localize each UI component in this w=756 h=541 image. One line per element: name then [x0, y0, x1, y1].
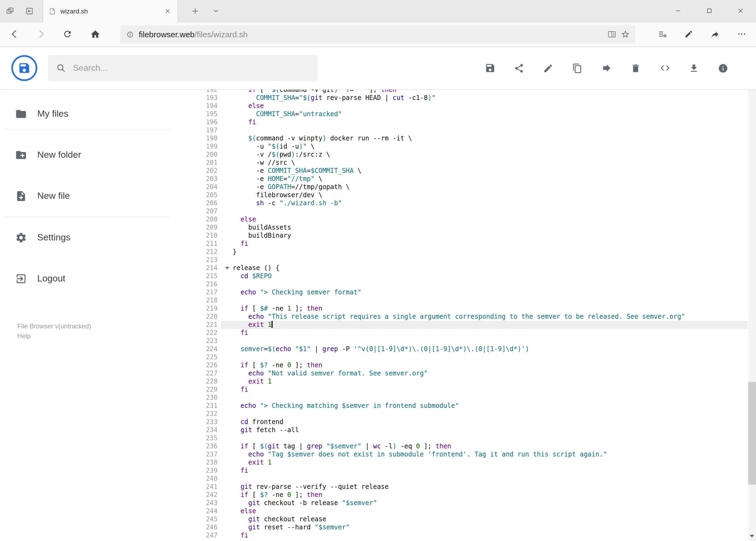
version-link[interactable]: File Browser v(untracked): [17, 322, 91, 330]
code-line[interactable]: buildAssets: [221, 224, 748, 232]
code-line[interactable]: [221, 353, 748, 361]
code-line[interactable]: [221, 280, 748, 288]
code-line[interactable]: COMMIT_SHA="untracked": [221, 110, 748, 118]
code-line[interactable]: exit 1: [221, 459, 748, 467]
code-line[interactable]: if [ $? -ne 0 ]; then: [221, 491, 748, 499]
search-box[interactable]: [48, 55, 318, 81]
code-line[interactable]: fi: [221, 467, 748, 475]
more-menu-icon[interactable]: [733, 26, 750, 42]
code-line[interactable]: else: [221, 507, 748, 515]
page-scrollbar[interactable]: [748, 47, 756, 541]
code-line[interactable]: else: [221, 102, 748, 110]
code-line[interactable]: exit 1: [221, 321, 748, 329]
code-line[interactable]: [221, 337, 748, 345]
code-line[interactable]: if [ $(git tag | grep "$semver" | wc -l)…: [221, 442, 748, 450]
move-icon[interactable]: [597, 58, 616, 78]
browser-tab-wizard-sh[interactable]: wizard.sh: [43, 0, 178, 22]
code-line[interactable]: [221, 475, 748, 483]
code-line[interactable]: -u "$(id -u)" \: [221, 143, 748, 151]
forward-button[interactable]: [33, 26, 49, 42]
code-line[interactable]: echo "This release script requires a sin…: [221, 313, 748, 321]
new-tab-button[interactable]: [186, 0, 203, 22]
code-line[interactable]: sh -c "./wizard.sh -b": [221, 199, 748, 208]
code-line[interactable]: [221, 296, 748, 305]
code-line[interactable]: -w //src \: [221, 159, 748, 167]
code-line[interactable]: [221, 434, 748, 442]
code-line[interactable]: -v /$(pwd):/src:z \: [221, 151, 748, 159]
code-line[interactable]: $(command -v winpty) docker run --rm -it…: [221, 135, 748, 143]
favorite-star-icon[interactable]: [621, 30, 630, 39]
download-icon[interactable]: [684, 58, 704, 78]
code-line[interactable]: [221, 208, 748, 216]
scroll-down-icon[interactable]: [748, 532, 756, 541]
tab-close-icon[interactable]: [162, 6, 172, 16]
code-line[interactable]: echo "> Checking matching $semver in fro…: [221, 402, 748, 410]
address-bar[interactable]: filebrowser.web/files/wizard.sh: [121, 25, 635, 43]
share-icon[interactable]: [509, 58, 529, 78]
scrollbar-thumb[interactable]: [748, 382, 756, 485]
tab-preview-icon[interactable]: [0, 0, 19, 22]
code-line[interactable]: [221, 410, 748, 418]
code-line[interactable]: filebrowser/dev \: [221, 191, 748, 199]
code-line[interactable]: exit 1: [221, 377, 748, 386]
code-line[interactable]: buildBinary: [221, 232, 748, 240]
code-line[interactable]: -e HOME="//tmp" \: [221, 175, 748, 183]
info-icon[interactable]: [713, 58, 733, 78]
close-window-button[interactable]: [725, 0, 756, 22]
code-line[interactable]: else: [221, 216, 748, 224]
search-input[interactable]: [73, 63, 310, 73]
maximize-button[interactable]: [693, 0, 725, 22]
sidebar-item-new-file[interactable]: New file: [0, 183, 173, 209]
code-line[interactable]: -e COMMIT_SHA=$COMMIT_SHA \: [221, 167, 748, 175]
code-line[interactable]: if [ $# -ne 1 ]; then: [221, 305, 748, 313]
code-line[interactable]: echo "Tag $semver does not exist in subm…: [221, 450, 748, 459]
help-link[interactable]: Help: [17, 332, 31, 340]
code-line[interactable]: cd $REPO: [221, 272, 748, 280]
code-line[interactable]: [221, 256, 748, 264]
code-line[interactable]: git fetch --all: [221, 426, 748, 434]
code-line[interactable]: release () {: [221, 264, 748, 272]
code-line[interactable]: echo "Not valid semver format. See semve…: [221, 369, 748, 377]
code-line[interactable]: fi: [221, 329, 748, 337]
set-tabs-aside-icon[interactable]: [19, 0, 39, 22]
fold-marker-icon[interactable]: [225, 267, 229, 270]
code-view-icon[interactable]: [655, 58, 674, 78]
site-info-icon[interactable]: [126, 30, 134, 39]
web-note-pen-icon[interactable]: [680, 26, 697, 42]
back-button[interactable]: [6, 26, 23, 42]
code-line[interactable]: fi: [221, 532, 748, 540]
minimize-button[interactable]: [662, 0, 693, 22]
code-line[interactable]: semver=$(echo "$1" | grep -P '^v(0|[1-9]…: [221, 345, 748, 353]
refresh-button[interactable]: [59, 26, 76, 42]
code-line[interactable]: if [ "$(command -v git)" != "" ]; then: [221, 90, 748, 94]
code-line[interactable]: }: [221, 248, 748, 256]
delete-icon[interactable]: [626, 58, 645, 78]
home-button[interactable]: [87, 26, 103, 42]
filebrowser-logo[interactable]: [11, 55, 37, 81]
code-line[interactable]: fi: [221, 240, 748, 248]
code-line[interactable]: git checkout release: [221, 515, 748, 523]
code-line[interactable]: git checkout -b release "$semver": [221, 499, 748, 507]
code-line[interactable]: [221, 394, 748, 402]
code-editor[interactable]: 1921931941951961971981992002012022032042…: [173, 90, 748, 541]
sidebar-item-new-folder[interactable]: New folder: [0, 142, 173, 168]
code-line[interactable]: echo "> Checking semver format": [221, 288, 748, 296]
code-line[interactable]: -e GOPATH=//tmp/gopath \: [221, 183, 748, 191]
code-line[interactable]: fi: [221, 118, 748, 126]
code-line[interactable]: fi: [221, 386, 748, 394]
share-page-icon[interactable]: [707, 26, 723, 42]
code-line[interactable]: COMMIT_SHA="$(git rev-parse HEAD | cut -…: [221, 94, 748, 102]
reading-view-icon[interactable]: [607, 30, 617, 39]
code-line[interactable]: [221, 126, 748, 135]
sidebar-item-my-files[interactable]: My files: [0, 101, 173, 127]
code-line[interactable]: cd frontend: [221, 418, 748, 426]
code-line[interactable]: if [ $? -ne 0 ]; then: [221, 361, 748, 369]
copy-icon[interactable]: [568, 58, 587, 78]
code-line[interactable]: git reset --hard "$semver": [221, 523, 748, 532]
hub-favorites-icon[interactable]: [654, 26, 670, 42]
sidebar-item-logout[interactable]: Logout: [0, 266, 173, 292]
code-line[interactable]: git rev-parse --verify --quiet release: [221, 483, 748, 491]
save-icon[interactable]: [480, 58, 500, 78]
sidebar-item-settings[interactable]: Settings: [0, 225, 173, 251]
tab-list-chevron-icon[interactable]: [207, 0, 225, 22]
